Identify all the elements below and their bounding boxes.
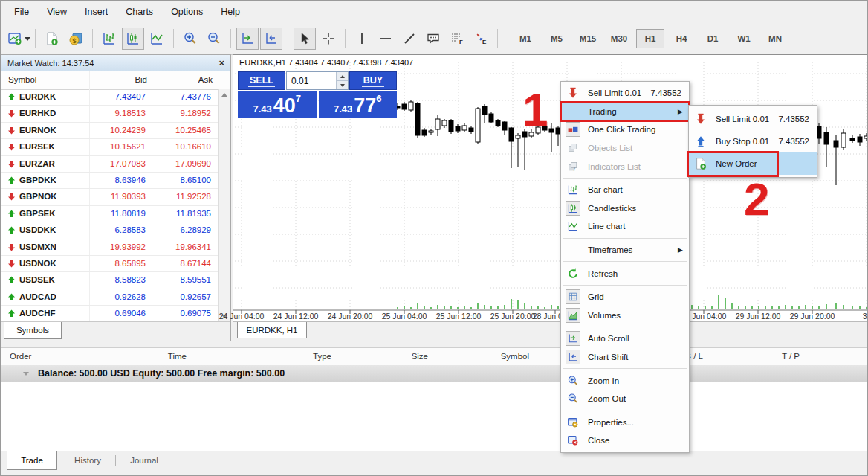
market-watch-row-audchf[interactable]: AUDCHF0.690460.69075	[1, 306, 221, 322]
bid-value: 0.69046	[114, 309, 146, 318]
sell-button[interactable]: SELL	[238, 71, 285, 90]
trendline-button[interactable]	[398, 28, 421, 50]
market-watch-scrollbar[interactable]	[218, 89, 230, 322]
menu-item-candlesticks[interactable]: Candlesticks	[561, 199, 689, 218]
time-axis-label: 30 Jun 04:00	[863, 312, 868, 321]
tab-trade[interactable]: Trade	[7, 451, 57, 470]
market-watch-row-gbpdkk[interactable]: GBPDKK8.639468.65100	[1, 173, 221, 189]
arrows-button[interactable]: E	[470, 28, 492, 50]
market-watch-row-usdmxn[interactable]: USDMXN19.9399219.96341	[1, 239, 221, 256]
menubar-item-charts[interactable]: Charts	[117, 2, 162, 22]
menu-item-close[interactable]: Close	[561, 431, 689, 450]
horizontal-line-button[interactable]	[375, 28, 397, 50]
timeframe-w1[interactable]: W1	[730, 29, 758, 48]
menubar-item-insert[interactable]: Insert	[76, 2, 117, 22]
market-watch-column-header: Symbol Bid Ask	[1, 71, 230, 90]
time-axis-label: 24 Jun 12:00	[273, 312, 319, 321]
menu-item-line-chart[interactable]: Line chart	[561, 217, 689, 236]
submenu-arrow-icon: ▶	[678, 246, 684, 254]
market-watch-row-eurhkd[interactable]: EURHKD9.185139.18952	[1, 106, 221, 122]
market-watch-button[interactable]: $	[65, 28, 87, 50]
chart-shift-button[interactable]	[260, 28, 282, 50]
zoom-out-button[interactable]	[203, 28, 225, 50]
menubar-item-file[interactable]: File	[5, 2, 38, 22]
market-watch-row-gbpsek[interactable]: GBPSEK11.8081911.81935	[1, 206, 221, 222]
close-icon[interactable]: ×	[218, 58, 224, 68]
menu-item-chart-shift[interactable]: Chart Shift	[561, 348, 689, 367]
menu-item-auto-scroll[interactable]: Auto Scroll	[561, 329, 689, 348]
timeframe-m5[interactable]: M5	[542, 29, 571, 48]
candlesticks-button[interactable]	[122, 28, 144, 50]
tab-symbols[interactable]: Symbols	[4, 322, 62, 339]
ask-value: 10.16610	[175, 142, 211, 151]
tab-journal[interactable]: Journal	[120, 451, 169, 469]
buy-button[interactable]: BUY	[349, 71, 397, 90]
crosshair-button[interactable]	[317, 28, 340, 50]
ask-value: 6.28929	[180, 225, 211, 234]
menubar-item-help[interactable]: Help	[212, 2, 249, 22]
menu-item-zoom-out[interactable]: Zoom Out	[561, 390, 689, 408]
grid-icon	[566, 289, 580, 304]
line-chart-button[interactable]	[146, 28, 168, 50]
menu-item-timeframes[interactable]: Timeframes▶	[561, 241, 689, 260]
sell-price[interactable]: 7.43 40 7	[238, 91, 317, 118]
fibonacci-button[interactable]: F	[446, 28, 468, 50]
market-watch-row-audcad[interactable]: AUDCAD0.926280.92657	[1, 289, 221, 306]
close-chart-icon	[566, 433, 580, 448]
tab-chart-eurdkk[interactable]: EURDKK, H1	[237, 322, 307, 338]
symbol-name: USDDKK	[19, 225, 56, 234]
vertical-line-button[interactable]	[351, 28, 373, 50]
stepper-up-icon[interactable]	[337, 72, 348, 80]
menu-item-one-click-trading[interactable]: One Click Trading	[561, 120, 689, 139]
menu-item-new-order[interactable]: New Order	[689, 152, 817, 175]
new-order-button[interactable]	[41, 28, 63, 50]
stepper-down-icon[interactable]	[337, 80, 348, 89]
one-click-trading-icon	[566, 122, 580, 137]
symbol-name: EURNOK	[19, 126, 56, 135]
timeframe-h4[interactable]: H4	[667, 29, 696, 48]
menu-item-label: Auto Scroll	[588, 334, 629, 343]
bar-chart-button[interactable]	[98, 28, 120, 50]
market-watch-row-eurnok[interactable]: EURNOK10.2423910.25465	[1, 123, 221, 139]
market-watch-row-usddkk[interactable]: USDDKK6.285836.28929	[1, 222, 221, 239]
menu-item-refresh[interactable]: Refresh	[561, 264, 689, 283]
balance-row[interactable]: Balance: 500.00 USD Equity: 500.00 Free …	[1, 365, 867, 382]
volume-input[interactable]: 0.01	[286, 71, 349, 90]
column-bid: Bid	[135, 75, 147, 84]
menu-item-buy-stop-0-01[interactable]: Buy Stop 0.017.43552	[689, 130, 817, 152]
menu-item-bar-chart[interactable]: Bar chart	[561, 181, 689, 199]
volume-stepper[interactable]	[336, 72, 348, 89]
tab-history[interactable]: History	[63, 451, 112, 469]
menu-item-grid[interactable]: Grid	[561, 288, 689, 306]
market-watch-row-usdnok[interactable]: USDNOK8.658958.67144	[1, 256, 221, 272]
chart-shift-icon	[264, 31, 279, 46]
menu-item-zoom-in[interactable]: Zoom In	[561, 371, 689, 390]
arrows-icon: E	[473, 31, 488, 46]
menu-item-sell-limit-0-01[interactable]: Sell Limit 0.017.43552	[561, 84, 689, 103]
indicators-list-icon: f	[566, 159, 580, 174]
menu-item-sell-limit-0-01[interactable]: Sell Limit 0.017.43552	[689, 108, 817, 130]
cursor-button[interactable]	[294, 28, 316, 50]
menu-item-volumes[interactable]: Volumes	[561, 306, 689, 325]
menubar-item-options[interactable]: Options	[162, 2, 212, 22]
timeframe-d1[interactable]: D1	[699, 29, 727, 48]
timeframe-mn[interactable]: MN	[761, 29, 789, 48]
market-watch-row-gbpnok[interactable]: GBPNOK11.9039311.92528	[1, 189, 221, 205]
new-chart-button[interactable]	[7, 28, 30, 50]
menu-item-trading[interactable]: Trading▶	[561, 103, 689, 121]
market-watch-row-usdsek[interactable]: USDSEK8.588238.59551	[1, 272, 221, 289]
market-watch-row-eurdkk[interactable]: EURDKK7.434077.43776	[1, 89, 221, 106]
menubar-item-view[interactable]: View	[38, 2, 76, 22]
timeframe-m15[interactable]: M15	[574, 29, 602, 48]
auto-scroll-button[interactable]	[236, 28, 259, 50]
menu-item-properties[interactable]: Properties...	[561, 414, 689, 432]
scroll-up-icon[interactable]	[221, 93, 227, 97]
timeframe-h1[interactable]: H1	[636, 29, 664, 48]
market-watch-row-eursek[interactable]: EURSEK10.1562110.16610	[1, 139, 221, 155]
zoom-in-button[interactable]	[179, 28, 201, 50]
timeframe-m1[interactable]: M1	[511, 29, 540, 48]
text-label-button[interactable]	[422, 28, 444, 50]
market-watch-row-eurzar[interactable]: EURZAR17.0708317.09690	[1, 156, 221, 173]
timeframe-m30[interactable]: M30	[605, 29, 633, 48]
buy-price[interactable]: 7.43 77 6	[319, 91, 398, 118]
